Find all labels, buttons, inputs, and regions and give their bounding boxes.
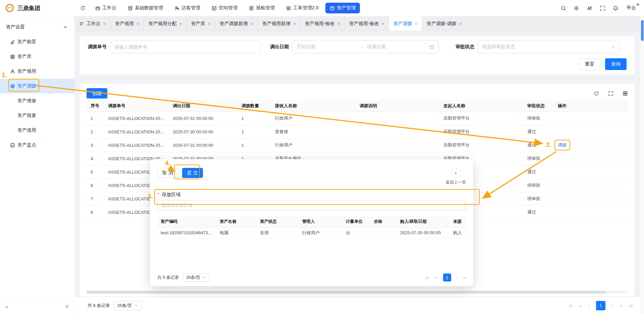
nav-item-asset[interactable]: 资产管理 [325, 3, 360, 13]
sidebar-item-asset-scrap[interactable]: 资产报废 [0, 108, 74, 123]
tab-7[interactable]: 资产领用-验收× [345, 16, 389, 31]
columns-icon[interactable] [623, 91, 628, 96]
pager: |««‹1›»»| [562, 301, 633, 310]
search-button[interactable]: 查询 [605, 58, 627, 70]
edit-icon [10, 39, 15, 45]
tab-9[interactable]: 资产调拨-调拨× [422, 16, 467, 31]
cancel-button[interactable]: 取 消 [157, 168, 178, 178]
modal-prev-group-icon[interactable]: « [435, 275, 438, 280]
cell-name: 电脑 [216, 227, 257, 238]
modal-page-size-select[interactable]: 20条/页 [183, 273, 210, 282]
modal-pager: |««1›» [420, 273, 466, 281]
tab-3[interactable]: 资产库× [187, 16, 215, 31]
storage-area-placeholder: 请选择存放区域 [162, 202, 192, 208]
tab-close-icon[interactable]: × [137, 21, 139, 26]
back-control[interactable]: ‹ 返回上一页 [446, 168, 466, 185]
sidebar-item-asset-repair[interactable]: 资产维修 [0, 93, 74, 108]
tab-close-icon[interactable]: × [208, 21, 211, 26]
platform-label: 平台 [627, 5, 636, 10]
current-page[interactable]: 1 [596, 301, 605, 310]
cell-date: 2025-07-30 00:00:00 [397, 227, 450, 238]
tab-close-icon[interactable]: × [415, 21, 418, 26]
prev-page-icon[interactable]: ‹ [588, 303, 590, 308]
allocate-link[interactable]: 调拨 [558, 142, 567, 147]
storage-area-select[interactable]: 请选择存放区域 [157, 200, 466, 210]
gear-icon[interactable] [574, 5, 579, 11]
column-header: 调拨单号 [104, 100, 169, 112]
next-group-icon[interactable]: » [620, 303, 623, 308]
tab-close-icon[interactable]: × [382, 21, 384, 26]
expand-icon[interactable] [608, 91, 613, 96]
tab-5[interactable]: 资产领用新增× [258, 16, 301, 31]
tab-close-icon[interactable]: × [337, 21, 340, 26]
cell-initiator: 后勤管理平台 [439, 138, 523, 152]
cell-no: 1 [87, 112, 104, 125]
dialog-buttons: 取 消 提 交 [157, 168, 203, 178]
nav-item-workorder[interactable]: 工单管理2.0 [282, 3, 323, 13]
tab-label: 资产调拨新增 [220, 21, 248, 27]
start-date-placeholder[interactable]: 开始日期 [297, 44, 356, 50]
horizontal-scrollbar[interactable] [87, 291, 628, 294]
database-icon [128, 6, 133, 11]
sidebar-item-asset-inventory[interactable]: 资产盘点 [0, 138, 74, 152]
nav-item-space[interactable]: 空间管理 [207, 3, 242, 13]
nav-item-visitor[interactable]: 访客管理 [170, 3, 205, 13]
vertical-scrollbar-thumb[interactable] [641, 20, 644, 41]
tab-0[interactable]: 工作台× [75, 16, 111, 31]
back-icon[interactable]: ‹ [451, 168, 461, 178]
page-size-select[interactable]: 20条/页 [114, 301, 141, 310]
next-page-icon[interactable]: › [612, 303, 613, 308]
tab-label: 资产调拨 [393, 21, 412, 27]
tab-1[interactable]: 资产领用× [111, 16, 144, 31]
sidebar-group-asset-settings[interactable]: 资产设置 [0, 20, 74, 35]
tab-8[interactable]: 资产调拨× [389, 16, 422, 31]
approval-status-select[interactable]: 请选择审批状态 [478, 41, 620, 53]
modal-next-group-icon[interactable]: » [463, 275, 466, 280]
nav-item-workbench[interactable]: 工作台 [91, 3, 121, 13]
platform-menu[interactable]: 平台 [627, 5, 636, 11]
sidebar-item-label: 资产借用 [17, 127, 36, 133]
create-button[interactable]: 创建 [87, 88, 107, 99]
reload-icon[interactable] [80, 5, 86, 11]
date-range-input[interactable]: 开始日期 → 结束日期 [292, 41, 439, 53]
fullscreen-icon[interactable] [600, 5, 605, 11]
cell-initiator: 后勤管理平台 [439, 112, 523, 125]
tab-close-icon[interactable]: × [179, 21, 182, 26]
end-date-placeholder[interactable]: 结束日期 [367, 44, 427, 50]
horizontal-scrollbar-thumb[interactable] [87, 291, 606, 294]
bell-icon[interactable] [613, 5, 619, 11]
sidebar-item-asset-borrow[interactable]: 资产借用 [0, 123, 74, 138]
first-page-icon[interactable]: |« [569, 303, 573, 308]
submit-button[interactable]: 提 交 [182, 168, 203, 178]
tab-close-icon[interactable]: × [293, 21, 296, 26]
prev-group-icon[interactable]: « [579, 303, 582, 308]
modal-current-page[interactable]: 1 [443, 273, 451, 281]
modal-first-page-icon[interactable]: |« [426, 275, 429, 280]
collapse-sidebar-icon[interactable]: « [5, 304, 8, 310]
tab-4[interactable]: 资产调拨新增× [215, 16, 258, 31]
sidebar-item-asset-requisition[interactable]: 资产领用 [0, 64, 74, 79]
refresh-icon[interactable] [594, 91, 599, 96]
last-page-icon[interactable]: »| [629, 303, 633, 308]
tab-close-icon[interactable]: × [103, 21, 106, 26]
pin-icon[interactable] [64, 304, 69, 309]
nav-item-base-data[interactable]: 基础数据管理 [123, 3, 167, 13]
logo-text: 三鼎集团 [17, 4, 40, 12]
allocation-no-input[interactable] [110, 41, 261, 53]
tab-close-icon[interactable]: × [459, 21, 462, 26]
page-size-value: 20条/页 [117, 303, 132, 309]
tab-6[interactable]: 资产领用-验收× [301, 16, 345, 31]
sidebar-item-asset-library[interactable]: 资产库 [0, 49, 74, 64]
table-row: test-1920671518346473474-...电脑在用行政用户台202… [157, 227, 466, 238]
search-icon[interactable] [560, 5, 566, 11]
vertical-scrollbar-track[interactable] [640, 16, 644, 314]
sidebar-item-asset-allocation[interactable]: 资产调拨 [0, 79, 74, 93]
icon-spacer [10, 128, 15, 133]
nav-item-inspection[interactable]: 巡检管理 [245, 3, 279, 13]
modal-next-page-icon[interactable]: › [457, 275, 458, 280]
sidebar-item-asset-purchase[interactable]: 资产购置 [0, 35, 74, 49]
reset-button[interactable]: 重置 [579, 58, 600, 70]
translate-icon[interactable] [587, 5, 592, 11]
tab-2[interactable]: 资产领用分配× [144, 16, 186, 31]
tab-close-icon[interactable]: × [251, 21, 253, 26]
